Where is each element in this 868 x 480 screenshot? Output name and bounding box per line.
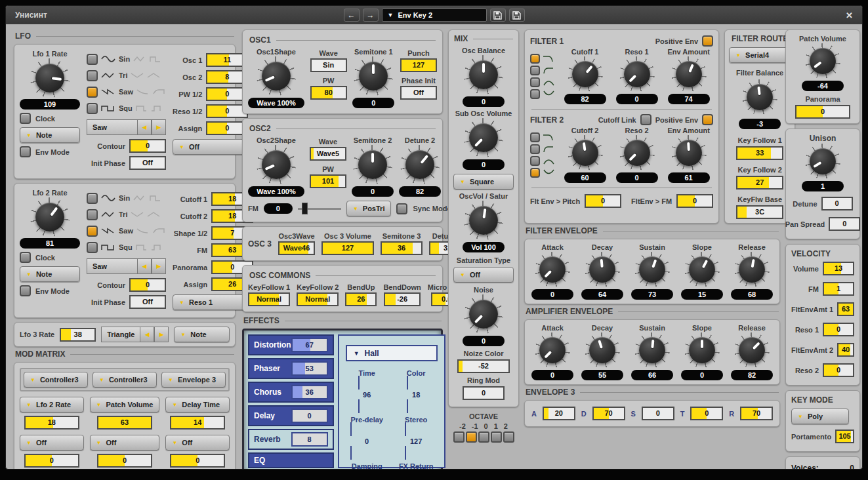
fx-amount-field[interactable]: 36 bbox=[291, 385, 328, 399]
fx-amount-field[interactable]: 8 bbox=[291, 432, 328, 447]
filter2-highpass-checkbox[interactable] bbox=[530, 144, 540, 154]
filter2-lowpass-checkbox[interactable] bbox=[530, 132, 540, 142]
ring-mod-field[interactable]: 0 bbox=[463, 386, 505, 400]
osc-balance-knob[interactable] bbox=[464, 55, 503, 94]
lfo3-rate-field[interactable]: 38 bbox=[60, 328, 96, 342]
reverb-time-field[interactable]: 96 bbox=[358, 376, 375, 413]
sync-mode-checkbox[interactable] bbox=[396, 203, 407, 214]
sub-osc-wave-dropdown[interactable]: ▼Square bbox=[453, 174, 514, 190]
fx-tab-delay[interactable]: Delay0 bbox=[248, 405, 334, 426]
prev-wave-button[interactable]: ◀ bbox=[137, 258, 152, 274]
filter2-notch-checkbox[interactable] bbox=[530, 168, 540, 178]
env3-time-field[interactable]: 0 bbox=[690, 407, 723, 420]
mod-amount-field[interactable]: 0 bbox=[170, 454, 225, 468]
aenv-release-knob[interactable] bbox=[734, 332, 770, 368]
fx-tab-chorus[interactable]: Chorus36 bbox=[248, 382, 334, 403]
lfo2-rate-knob[interactable] bbox=[30, 197, 70, 237]
mod-source1-dropdown[interactable]: ▼Controller3 bbox=[24, 372, 88, 388]
osc2-mode-dropdown[interactable]: ▼PosTri bbox=[346, 201, 392, 216]
prev-wave-button[interactable]: ◀ bbox=[140, 327, 154, 342]
cutoff1-knob[interactable] bbox=[568, 56, 603, 92]
fx-amount-field[interactable]: 67 bbox=[291, 338, 328, 352]
env3-attack-field[interactable]: 20 bbox=[543, 407, 575, 420]
mod-dest-dropdown[interactable]: ▼Off bbox=[165, 435, 230, 450]
reverb-type-dropdown[interactable]: ▼Hall bbox=[346, 345, 438, 361]
lfo1-squ-checkbox[interactable] bbox=[87, 103, 98, 114]
portamento-field[interactable]: 105 bbox=[835, 430, 854, 443]
keyfollow2-field[interactable]: Normal bbox=[297, 292, 339, 306]
preset-dropdown[interactable]: ▼ Env Key 2 bbox=[382, 9, 487, 22]
osc1-pw-field[interactable]: 80 bbox=[310, 86, 347, 100]
osc2-detune-knob[interactable] bbox=[400, 145, 440, 184]
pan-spread-field[interactable]: 0 bbox=[829, 217, 860, 231]
cutoff-link-checkbox[interactable] bbox=[640, 114, 651, 125]
osc1-semitone-knob[interactable] bbox=[354, 56, 393, 96]
bendup-field[interactable]: 26 bbox=[345, 292, 377, 306]
osc1-wave-field[interactable]: Sin bbox=[310, 58, 347, 72]
sub-osc-volume-knob[interactable] bbox=[464, 118, 503, 157]
next-wave-button[interactable]: ▶ bbox=[152, 258, 166, 274]
lfo1-envmode-checkbox[interactable] bbox=[20, 146, 31, 157]
aenv-sustain-knob[interactable] bbox=[634, 332, 670, 368]
osc3-semitone-field[interactable]: 36 bbox=[381, 241, 423, 255]
flt-env-pitch-field[interactable]: 0 bbox=[585, 194, 621, 208]
osc1-phase-field[interactable]: Off bbox=[400, 86, 437, 100]
env-amount1-knob[interactable] bbox=[671, 56, 707, 92]
env-amount2-knob[interactable] bbox=[671, 135, 707, 170]
patch-volume-knob[interactable] bbox=[805, 43, 840, 79]
filter1-bandpass-checkbox[interactable] bbox=[530, 77, 540, 87]
lfo1-contour-field[interactable]: 0 bbox=[129, 139, 166, 153]
panorama-field[interactable]: 0 bbox=[795, 105, 850, 119]
noise-knob[interactable] bbox=[464, 294, 503, 334]
lfo1-assign-dropdown[interactable]: ▼Off bbox=[173, 139, 248, 155]
filter1-lowpass-checkbox[interactable] bbox=[530, 54, 540, 64]
filter2-bandpass-checkbox[interactable] bbox=[530, 156, 540, 166]
osc2-wave-field[interactable]: Wave5 bbox=[310, 147, 346, 161]
fx-tab-eq[interactable]: EQ bbox=[248, 452, 334, 468]
lfo1-sin-checkbox[interactable] bbox=[87, 54, 98, 65]
mod-source2-dropdown[interactable]: ▼Controller3 bbox=[93, 372, 157, 388]
osc3-volume-field[interactable]: 127 bbox=[321, 241, 374, 255]
mod-dest-dropdown[interactable]: ▼Off bbox=[20, 435, 84, 450]
unison-knob[interactable] bbox=[805, 144, 840, 179]
lfo1-rate-knob[interactable] bbox=[30, 58, 70, 98]
lfo2-sin-checkbox[interactable] bbox=[87, 193, 98, 204]
fx-amount-field[interactable]: 0 bbox=[291, 409, 328, 423]
vel-fm-field[interactable]: 1 bbox=[823, 282, 854, 296]
fenv-attack-knob[interactable] bbox=[535, 252, 570, 287]
filter1-positive-env-checkbox[interactable] bbox=[702, 35, 713, 47]
mod-source3-dropdown[interactable]: ▼Envelope 3 bbox=[161, 372, 226, 388]
octave-plus1-button[interactable] bbox=[491, 431, 502, 443]
lfo2-contour-field[interactable]: 0 bbox=[129, 278, 166, 292]
fx-tab-phaser[interactable]: Phaser53 bbox=[248, 358, 334, 379]
osc2-pw-field[interactable]: 101 bbox=[310, 174, 346, 188]
fenv-decay-knob[interactable] bbox=[585, 252, 620, 287]
fenv-sustain-knob[interactable] bbox=[634, 252, 670, 287]
aenv-slope-knob[interactable] bbox=[684, 332, 720, 368]
key-follow2-field[interactable]: 27 bbox=[736, 176, 783, 190]
mod-dest-dropdown[interactable]: ▼Delay Time bbox=[165, 397, 230, 412]
octave-minus1-button[interactable] bbox=[466, 431, 477, 443]
preset-next-button[interactable]: → bbox=[363, 9, 379, 22]
fx-amount-field[interactable]: 53 bbox=[291, 361, 328, 376]
env3-sustain-field[interactable]: 0 bbox=[642, 407, 674, 420]
noize-color-field[interactable]: -52 bbox=[457, 359, 510, 373]
oscvol-satur-knob[interactable] bbox=[464, 201, 503, 240]
reso2-knob[interactable] bbox=[619, 135, 655, 170]
vel-volume-field[interactable]: 13 bbox=[823, 262, 854, 275]
keyfollow1-field[interactable]: Normal bbox=[248, 292, 290, 306]
slider-handle[interactable] bbox=[302, 203, 308, 214]
fx-tab-reverb[interactable]: Reverb8 bbox=[248, 429, 334, 450]
vel-reso1-field[interactable]: 0 bbox=[823, 323, 854, 336]
env3-release-field[interactable]: 70 bbox=[740, 407, 773, 420]
vel-reso2-field[interactable]: 0 bbox=[823, 363, 854, 377]
save-button[interactable] bbox=[490, 9, 506, 22]
octave-plus2-button[interactable] bbox=[503, 431, 514, 443]
fenv-release-knob[interactable] bbox=[734, 252, 770, 287]
lfo2-clock-checkbox[interactable] bbox=[20, 252, 31, 263]
key-mode-dropdown[interactable]: ▼Poly bbox=[791, 409, 849, 424]
mod-amount-field[interactable]: 18 bbox=[24, 416, 79, 430]
flt-env-fm-field[interactable]: 0 bbox=[676, 194, 713, 208]
lfo2-tri-checkbox[interactable] bbox=[87, 209, 98, 220]
mod-dest-dropdown[interactable]: ▼Off bbox=[90, 435, 160, 450]
